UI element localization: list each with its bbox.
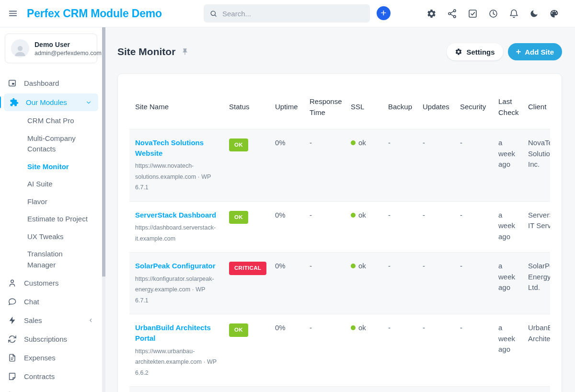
user-profile-card[interactable]: Demo User admin@perfexdemo.com [5, 34, 97, 63]
page-actions: Settings + Add Site [447, 43, 562, 60]
add-site-button[interactable]: + Add Site [508, 43, 562, 60]
uptime-cell: 0% [269, 201, 304, 253]
ssl-status-dot [351, 213, 356, 218]
table-header-row: Site NameStatusUptimeResponse TimeSSLBac… [129, 85, 550, 129]
security-cell: - [454, 129, 493, 202]
last-check-cell: a week ago [493, 387, 522, 392]
hamburger-menu-icon[interactable] [8, 8, 18, 19]
pin-icon[interactable] [181, 48, 189, 56]
sidebar-item-label: Our Modules [26, 98, 67, 106]
sidebar-subitem-multi-company-contacts[interactable]: Multi-Company Contacts [0, 130, 102, 158]
ssl-status-text: ok [358, 323, 366, 332]
quick-add-button[interactable]: + [377, 6, 391, 20]
moon-icon [529, 9, 539, 18]
site-name-cell: VitaCare Patient Portalhttps://portal.vi… [129, 387, 223, 392]
subscriptions-icon [8, 334, 17, 344]
expenses-icon [8, 353, 17, 362]
updates-cell: - [417, 129, 454, 202]
sidebar-item-dashboard[interactable]: Dashboard [0, 74, 102, 92]
topbar-share-icon[interactable] [447, 9, 457, 19]
backup-cell: - [382, 201, 417, 253]
sidebar-subitem-crm-chat-pro[interactable]: CRM Chat Pro [0, 112, 102, 130]
topbar-todo-check-icon[interactable] [468, 9, 478, 19]
topbar-clock-icon[interactable] [488, 9, 498, 19]
sidebar-subitem-ai-suite[interactable]: AI Suite [0, 175, 102, 193]
site-link[interactable]: SolarPeak Configurator [135, 261, 216, 271]
search-input[interactable] [222, 10, 364, 18]
contracts-icon [8, 372, 17, 381]
sidebar-item-contracts[interactable]: Contracts [0, 367, 102, 386]
column-header-uptime: Uptime [269, 85, 304, 129]
todo-check-icon [468, 9, 478, 19]
sidebar-item-expenses[interactable]: Expenses [0, 348, 102, 367]
updates-cell: - [417, 387, 454, 392]
sidebar-scrollbar-thumb[interactable] [102, 27, 105, 277]
share-icon [447, 9, 457, 19]
user-name: Demo User [34, 40, 102, 49]
sidebar-subitem-translation-manager[interactable]: Translation Manager [0, 245, 102, 274]
sidebar-item-sales[interactable]: Sales [0, 311, 102, 330]
security-cell: - [454, 387, 493, 392]
sidebar-item-chat[interactable]: Chat [0, 292, 102, 311]
sidebar-item-our-modules[interactable]: Our Modules [4, 93, 98, 111]
ssl-cell: ok [345, 314, 382, 387]
sidebar-item-customers[interactable]: Customers [0, 274, 102, 292]
topbar-moon-icon[interactable] [529, 9, 539, 18]
active-indicator-bar [0, 96, 1, 108]
settings-button[interactable]: Settings [447, 43, 503, 60]
topbar-palette-icon[interactable] [549, 9, 559, 19]
client-cell: NovaTech Solutions Inc. [522, 129, 550, 202]
column-header-site-name: Site Name [129, 85, 223, 129]
sites-table-wrapper: Site NameStatusUptimeResponse TimeSSLBac… [129, 85, 550, 392]
site-link[interactable]: UrbanBuild Architects Portal [135, 323, 218, 344]
chevron-left-icon [87, 317, 94, 324]
sidebar-subitem-estimate-to-project[interactable]: Estimate to Project [0, 210, 102, 228]
site-url-meta: https://konfigurator.solarpeak-energy.ex… [135, 274, 218, 306]
client-cell: UrbanBuild Architects [522, 314, 550, 387]
user-info: Demo User admin@perfexdemo.com [34, 40, 102, 57]
site-row: VitaCare Patient Portalhttps://portal.vi… [129, 387, 550, 392]
sidebar-subitem-ux-tweaks[interactable]: UX Tweaks [0, 228, 102, 246]
updates-cell: - [417, 253, 454, 314]
topbar-gear-icon[interactable] [426, 9, 437, 19]
security-cell: - [454, 314, 493, 387]
topbar-icon-group [426, 0, 559, 27]
column-header-updates: Updates [417, 85, 454, 129]
page-header: Site Monitor Settings + Add Site [117, 43, 562, 60]
sidebar-item-subscriptions[interactable]: Subscriptions [0, 330, 102, 348]
status-cell: OK [223, 129, 269, 202]
response-time-cell: - [304, 253, 345, 314]
topbar-bell-icon[interactable] [509, 9, 519, 19]
settings-button-label: Settings [466, 48, 494, 56]
expenses-icon [8, 353, 17, 362]
site-url-meta: https://www.novatech-solutions.example.c… [135, 161, 218, 193]
puzzle-icon [10, 98, 19, 107]
add-site-button-label: Add Site [525, 48, 554, 56]
site-url-meta: https://dashboard.serverstack-it.example… [135, 222, 218, 244]
response-time-cell: - [304, 314, 345, 387]
site-link[interactable]: ServerStack Dashboard [135, 210, 216, 220]
ssl-status-dot [351, 325, 356, 330]
sidebar-item-projects[interactable]: Projects [0, 386, 102, 392]
ssl-status-text: ok [358, 262, 366, 270]
hamburger-icon [8, 8, 18, 19]
chevron-down-icon [85, 99, 92, 106]
site-name-cell: ServerStack Dashboardhttps://dashboard.s… [129, 201, 223, 253]
ssl-status-dot [351, 264, 356, 268]
plus-icon: + [516, 47, 521, 56]
person-icon [13, 43, 27, 58]
sidebar-subitem-flavor[interactable]: Flavor [0, 193, 102, 211]
avatar [11, 39, 29, 58]
site-link[interactable]: NovaTech Solutions Website [135, 138, 218, 159]
dashboard-icon [8, 79, 17, 88]
column-header-client: Client [522, 85, 550, 129]
sidebar-subitem-site-monitor[interactable]: Site Monitor [0, 158, 102, 176]
status-badge: OK [229, 211, 248, 224]
puzzle-icon [10, 98, 19, 107]
last-check-cell: a week ago [493, 253, 522, 314]
app-brand[interactable]: Perfex CRM Module Demo [27, 7, 162, 20]
column-header-response-time: Response Time [304, 85, 345, 129]
palette-icon [549, 9, 559, 19]
sidebar: Demo User admin@perfexdemo.com Dashboard… [0, 27, 102, 392]
client-cell: SolarPeak Energy Ltd. [522, 253, 550, 314]
